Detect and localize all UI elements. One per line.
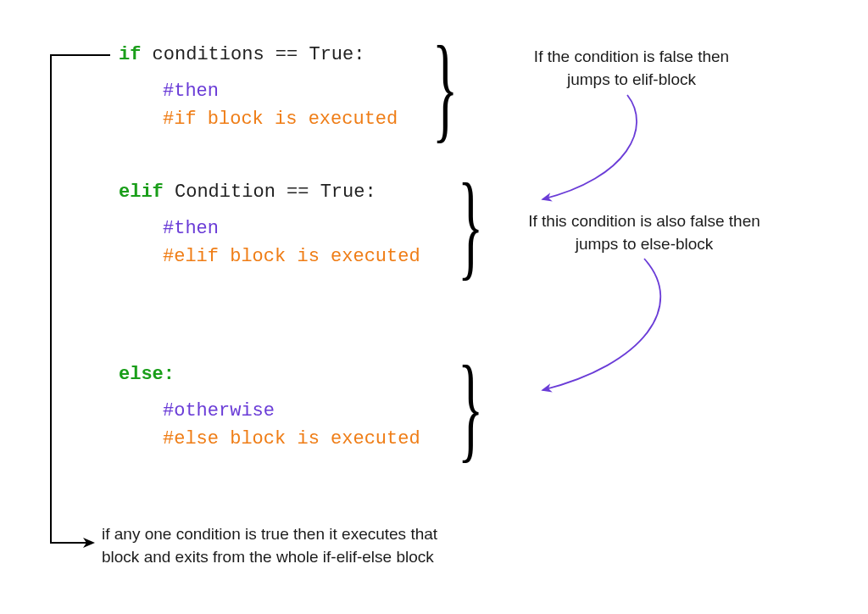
elif-condition: Condition == True:: [164, 181, 376, 203]
annotation-if: If the condition is false then jumps to …: [504, 46, 759, 91]
if-keyword: if: [119, 44, 141, 65]
else-comment-otherwise: #otherwise: [163, 400, 275, 421]
arrow-icon: [542, 259, 660, 390]
arrow-icon: [542, 95, 637, 199]
annotation-exit: if any one condition is true then it exe…: [102, 523, 542, 568]
annotation-elif-line2: jumps to else-block: [576, 235, 714, 253]
else-body: #otherwise #else block is executed: [119, 397, 420, 453]
elif-comment-then: #then: [163, 218, 219, 239]
annotation-if-line2: jumps to elif-block: [567, 70, 696, 88]
annotation-exit-line1: if any one condition is true then it exe…: [102, 525, 437, 543]
annotation-exit-line2: block and exits from the whole if-elif-e…: [102, 548, 434, 566]
annotation-elif-line1: If this condition is also false then: [528, 212, 760, 230]
else-comment-exec: #else block is executed: [163, 428, 420, 449]
elif-line: elif Condition == True:: [119, 178, 420, 206]
if-block: if conditions == True: #then #if block i…: [119, 41, 398, 133]
if-comment-then: #then: [163, 81, 219, 102]
else-block: else: #otherwise #else block is executed: [119, 360, 420, 453]
brace-icon: }: [458, 156, 483, 293]
brace-icon: }: [432, 19, 458, 155]
if-condition: conditions == True:: [141, 44, 364, 65]
elif-body: #then #elif block is executed: [119, 215, 420, 271]
annotation-if-line1: If the condition is false then: [534, 47, 729, 65]
else-line: else:: [119, 360, 420, 388]
bracket-arrow-icon: [51, 55, 110, 543]
if-body: #then #if block is executed: [119, 77, 398, 133]
else-keyword: else:: [119, 364, 175, 385]
brace-icon: }: [458, 338, 483, 475]
if-comment-exec: #if block is executed: [163, 109, 398, 130]
if-line: if conditions == True:: [119, 41, 398, 69]
annotation-elif: If this condition is also false then jum…: [500, 210, 788, 255]
elif-comment-exec: #elif block is executed: [163, 246, 420, 267]
elif-block: elif Condition == True: #then #elif bloc…: [119, 178, 420, 271]
elif-keyword: elif: [119, 181, 164, 203]
